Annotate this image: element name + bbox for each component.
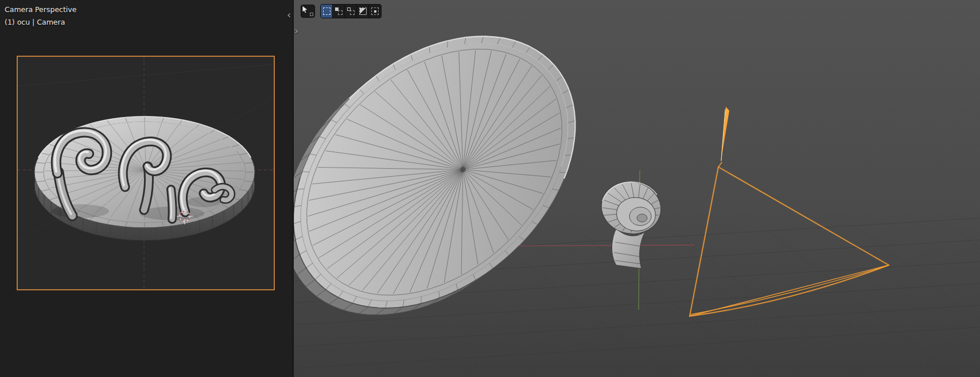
viewport-canvas[interactable] xyxy=(294,0,980,377)
tweak-dash-icon xyxy=(310,13,313,16)
tweak-tool-button[interactable] xyxy=(301,5,315,18)
select-mode-subtract-button[interactable] xyxy=(345,5,357,18)
camera-breadcrumb: (1) ocu | Camera xyxy=(5,18,65,26)
select-mode-invert-button[interactable] xyxy=(357,5,369,18)
square-extend-icon xyxy=(335,7,343,15)
square-intersect-icon xyxy=(371,7,379,15)
viewport-toolbar xyxy=(301,4,382,18)
dashed-square-icon xyxy=(323,7,330,15)
view-label: Camera Perspective xyxy=(5,5,76,14)
spiral-mesh[interactable] xyxy=(597,176,666,269)
cursor-arrow-icon xyxy=(301,5,310,14)
select-mode-set-button[interactable] xyxy=(321,5,333,18)
square-subtract-icon xyxy=(347,7,355,15)
expand-panel-chevron-icon[interactable]: › xyxy=(294,26,298,36)
app-window: Camera Perspective (1) ocu | Camera ‹ xyxy=(0,0,980,377)
camera-view-canvas[interactable] xyxy=(0,0,293,377)
square-invert-icon xyxy=(359,7,367,15)
select-mode-extend-button[interactable] xyxy=(333,5,345,18)
camera-viewport[interactable]: Camera Perspective (1) ocu | Camera ‹ xyxy=(0,0,293,377)
main-3d-viewport[interactable]: › xyxy=(293,0,980,377)
select-mode-intersect-button[interactable] xyxy=(369,5,381,18)
select-mode-group xyxy=(320,4,382,18)
collapse-panel-chevron-icon[interactable]: ‹ xyxy=(287,10,291,20)
cone-wireframe-light[interactable] xyxy=(690,107,889,316)
